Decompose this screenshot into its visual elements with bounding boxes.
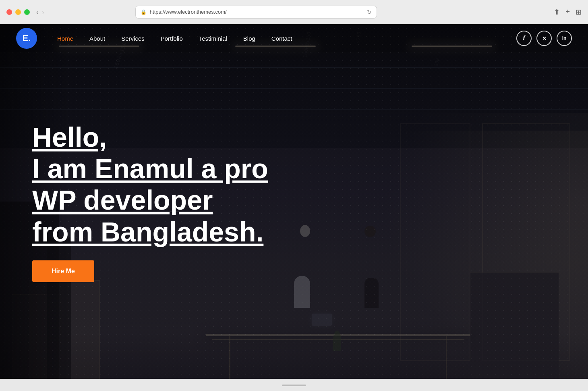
nav-blog[interactable]: Blog: [235, 35, 263, 42]
social-icons: f ✕ in: [516, 31, 572, 46]
nav-about[interactable]: About: [81, 35, 113, 42]
close-button[interactable]: [6, 9, 12, 15]
bottom-bar: [0, 379, 588, 391]
url-text: https://www.electronthemes.com/: [150, 9, 227, 15]
nav-testimonial[interactable]: Testiminial: [191, 35, 235, 42]
traffic-lights: [6, 9, 30, 15]
browser-chrome: ‹ › 🔒 https://www.electronthemes.com/ ↻ …: [0, 0, 588, 24]
tab-grid-button[interactable]: ⊞: [576, 8, 582, 17]
refresh-button[interactable]: ↻: [367, 9, 372, 15]
nav-portfolio[interactable]: Portfolio: [153, 35, 191, 42]
hero-content: Hello, I am Enamul a pro WP developer fr…: [32, 121, 268, 282]
share-button[interactable]: ⬆: [554, 8, 560, 17]
twitter-icon[interactable]: ✕: [536, 31, 552, 46]
facebook-icon[interactable]: f: [516, 31, 532, 46]
hire-me-button[interactable]: Hire Me: [32, 260, 94, 282]
back-button[interactable]: ‹: [36, 8, 39, 16]
browser-actions: ⬆ + ⊞: [554, 8, 582, 17]
website-container: 1600×150 16000×150 200 ×200: [0, 24, 588, 379]
nav-services[interactable]: Services: [113, 35, 153, 42]
hero-line4: from Bangladesh.: [32, 216, 263, 247]
linkedin-letter: in: [562, 35, 567, 41]
nav-links: Home About Services Portfolio Testiminia…: [49, 35, 516, 42]
navigation-bar: E. Home About Services Portfolio Testimi…: [0, 24, 588, 52]
minimize-button[interactable]: [15, 9, 21, 15]
ssl-lock-icon: 🔒: [141, 9, 147, 15]
hero-line2: I am Enamul a pro: [32, 153, 268, 184]
fullscreen-button[interactable]: [24, 9, 30, 15]
facebook-letter: f: [523, 35, 525, 42]
hero-title: Hello, I am Enamul a pro WP developer fr…: [32, 121, 268, 247]
address-bar[interactable]: 🔒 https://www.electronthemes.com/ ↻: [135, 6, 377, 19]
hero-line1: Hello,: [32, 122, 107, 152]
new-tab-button[interactable]: +: [565, 8, 570, 16]
browser-nav-buttons: ‹ ›: [36, 8, 44, 16]
hero-line3: WP developer: [32, 185, 213, 215]
resize-handle[interactable]: [282, 385, 306, 386]
nav-contact[interactable]: Contact: [263, 35, 300, 42]
logo[interactable]: E.: [16, 28, 37, 49]
twitter-letter: ✕: [542, 35, 547, 42]
forward-button[interactable]: ›: [42, 8, 44, 16]
linkedin-icon[interactable]: in: [557, 31, 572, 46]
nav-home[interactable]: Home: [49, 35, 81, 42]
